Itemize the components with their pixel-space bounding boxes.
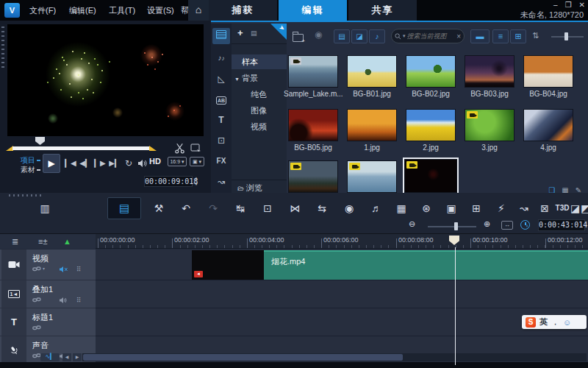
duration-clock-icon[interactable] — [520, 220, 530, 230]
timeline-view-button[interactable]: ▤ — [107, 197, 141, 219]
trim-bar[interactable] — [6, 146, 157, 151]
mask-editor-button[interactable]: ◩ — [581, 200, 588, 216]
nav-item-solid-color[interactable]: 纯色 — [232, 87, 287, 102]
video-track-content[interactable]: 烟花.mp4 ◄ — [96, 250, 588, 280]
library-menu-icon[interactable]: ◉ — [315, 29, 322, 40]
view-filmstrip-button[interactable]: ▬ — [470, 29, 490, 43]
library-item[interactable] — [465, 109, 514, 141]
graphics-icon[interactable]: ⊡ — [212, 132, 230, 149]
menu-file[interactable]: 文件(F) — [25, 0, 60, 21]
loop-button[interactable]: ↻ — [123, 158, 134, 169]
library-item[interactable] — [347, 55, 397, 88]
toolbar-drag-handle[interactable] — [9, 194, 44, 197]
track-effects-icon[interactable]: ⠿ — [76, 297, 82, 304]
sogou-ime-logo-icon[interactable]: S — [526, 317, 536, 328]
view-list-button[interactable]: ≡ — [492, 29, 509, 43]
tab-edit[interactable]: 编辑 — [279, 0, 347, 21]
title-track-content[interactable] — [96, 308, 588, 336]
split-scissors-icon[interactable] — [174, 143, 187, 155]
volume-button[interactable] — [136, 158, 148, 169]
ripple-link-icon[interactable] — [32, 325, 41, 331]
link-dropdown-icon[interactable]: ▾ — [43, 266, 45, 271]
motion-path-icon[interactable]: ↝ — [212, 174, 230, 190]
frame-forward-button[interactable]: ▎▶ — [94, 158, 106, 169]
video-track-header[interactable]: 视频 ▾ ⠿ — [0, 250, 96, 280]
search-box[interactable]: ▾ × — [391, 29, 465, 43]
library-item[interactable] — [288, 109, 338, 141]
thumbnail-zoom-thumb[interactable] — [564, 32, 568, 40]
maximize-button[interactable]: ❐ — [565, 1, 572, 10]
timeline-zoom-slider[interactable] — [428, 226, 476, 227]
hd-quality-button[interactable]: HD — [149, 157, 161, 166]
timeline-zoom-thumb[interactable] — [454, 222, 458, 230]
ripple-link-icon[interactable] — [32, 266, 41, 272]
transition-ab-icon[interactable]: AB — [212, 91, 230, 107]
timeline-scrollbar-thumb[interactable] — [83, 354, 403, 361]
custom-motion-button[interactable]: ↝ — [514, 200, 534, 216]
add-track-icon[interactable]: ▲ — [63, 236, 71, 247]
timeline-zoom-out-icon[interactable]: ⊖ — [409, 219, 415, 229]
library-item[interactable] — [523, 55, 573, 88]
tab-share[interactable]: 共享 — [348, 0, 417, 21]
ime-emoji-icon[interactable]: ☺ — [563, 318, 571, 327]
menu-edit[interactable]: 编辑(E) — [65, 0, 101, 21]
ime-toolbar[interactable]: S 英 ， ☺ — [522, 315, 587, 329]
title-icon[interactable]: T — [212, 112, 230, 128]
project-duration-timecode[interactable]: 0:00:43:014 — [538, 219, 585, 231]
ime-punctuation-toggle[interactable]: ， — [551, 316, 559, 328]
timeline-ruler[interactable]: 00:00:00:00 00:00:02:00 00:00:04:00 00:0… — [96, 234, 588, 249]
batch-convert-button[interactable]: ⊛ — [417, 200, 436, 216]
trim-end-handle[interactable] — [149, 146, 157, 151]
library-item-selected[interactable] — [404, 159, 457, 193]
tab-capture[interactable]: 捕获 — [209, 0, 277, 21]
search-clear-icon[interactable]: × — [456, 32, 461, 40]
title-3d-button[interactable]: T3D — [553, 200, 572, 216]
trim-markers-button[interactable]: ↹ — [231, 200, 250, 216]
track-manager-icon[interactable]: ≣ — [12, 236, 18, 247]
ime-language-toggle[interactable]: 英 — [539, 316, 548, 328]
mask-creator-button[interactable]: ◪ — [570, 200, 579, 216]
screen-capture-button[interactable]: ⊠ — [535, 200, 554, 216]
nav-item-video[interactable]: 视频 — [232, 119, 287, 134]
crop-button[interactable]: ⊡ — [258, 200, 277, 216]
close-button[interactable]: ✕ — [579, 1, 585, 10]
filter-photos-button[interactable]: ◪ — [351, 29, 368, 43]
library-item[interactable] — [523, 109, 573, 141]
nav-item-image[interactable]: 图像 — [232, 103, 287, 118]
library-item[interactable] — [347, 160, 397, 193]
auto-scroll-icon[interactable]: ∿▎ — [40, 353, 60, 361]
go-start-button[interactable]: ▎◀ — [65, 158, 76, 169]
overlay-track-header[interactable]: 1◄ 叠加1 ⠿ — [0, 280, 96, 308]
time-stretch-button[interactable]: ⇆ — [312, 200, 331, 216]
undo-button[interactable]: ↶ — [176, 200, 196, 216]
mode-clip[interactable]: 素材 — [21, 166, 40, 174]
media-library-icon[interactable] — [212, 28, 230, 44]
frame-back-button[interactable]: ◀▎ — [79, 158, 91, 169]
menu-tools[interactable]: 工具(T) — [104, 0, 140, 21]
library-item[interactable] — [347, 109, 397, 141]
fit-timeline-button[interactable]: ↔ — [501, 221, 513, 230]
library-item[interactable] — [406, 55, 456, 88]
track-list-icon[interactable]: ≡± — [38, 236, 47, 247]
go-end-button[interactable]: ▶▎ — [109, 158, 121, 169]
overlay-track-content[interactable] — [96, 280, 588, 308]
track-mute-icon[interactable] — [59, 266, 68, 273]
library-item[interactable] — [288, 55, 338, 88]
view-thumbnail-button[interactable]: ⊞ — [510, 29, 526, 43]
nav-item-samples[interactable]: 样本 — [232, 54, 287, 69]
import-folder-icon[interactable]: + — [293, 32, 304, 45]
subtitle-editor-button[interactable]: ▣ — [442, 200, 461, 216]
sound-library-button[interactable]: ▦ — [392, 200, 411, 216]
split-clip-button[interactable]: ⋈ — [285, 200, 304, 216]
search-scope-dropdown[interactable]: ▾ — [403, 33, 406, 39]
redo-button[interactable]: ↷ — [204, 200, 223, 216]
title-track-header[interactable]: T 标题1 — [0, 308, 96, 336]
sort-button[interactable]: ⇅ — [532, 31, 539, 40]
add-folder-button[interactable]: + — [237, 27, 243, 38]
storyboard-view-button[interactable]: ▥ — [35, 200, 54, 216]
audio-mixer-button[interactable]: ♬ — [367, 200, 386, 216]
scrubber-handle[interactable] — [35, 137, 45, 145]
tools-button[interactable]: ⚒ — [149, 200, 168, 216]
color-grading-button[interactable]: ◉ — [340, 200, 359, 216]
track-mute-icon[interactable] — [59, 297, 68, 304]
